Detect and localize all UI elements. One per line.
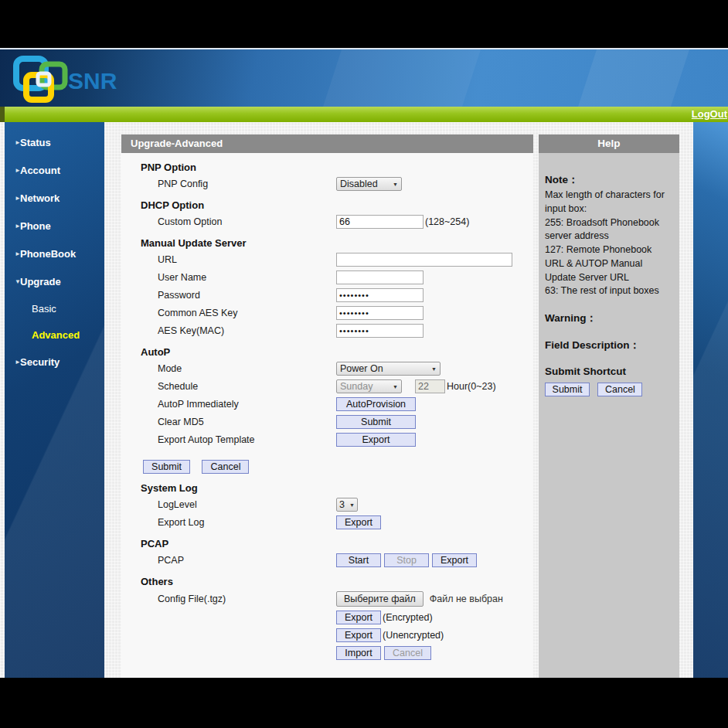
aes-key-mac-input[interactable] (336, 324, 424, 338)
mode-value: Power On (340, 363, 427, 374)
sidebar-item-label: Phone (20, 220, 51, 232)
import-button[interactable]: Import (336, 646, 381, 660)
help-note-header: Note： (545, 173, 673, 187)
export-encrypted-button[interactable]: Export (336, 611, 381, 624)
pnp-config-select[interactable]: Disabled ▼ (336, 177, 402, 191)
logout-link[interactable]: LogOut (692, 108, 727, 120)
top-banner: SNR (0, 48, 728, 107)
section-autop: AutoP (141, 346, 533, 358)
sidebar-item-label: PhoneBook (20, 248, 76, 260)
export-autop-template-button[interactable]: Export (336, 433, 416, 447)
pcap-stop-button[interactable]: Stop (384, 553, 429, 567)
url-row: URL (121, 253, 533, 267)
sidebar: ► Status ► Account ► Network ► Phone ► (5, 122, 104, 678)
schedule-hour-input[interactable] (415, 379, 445, 393)
sidebar-item-phone[interactable]: ► Phone (5, 212, 104, 240)
help-shortcut-actions: Submit Cancel (545, 382, 673, 396)
mode-select[interactable]: Power On ▼ (336, 362, 441, 376)
export-log-row: Export Log Export (121, 515, 533, 529)
schedule-day-select[interactable]: Sunday ▼ (336, 379, 402, 393)
cancel-button[interactable]: Cancel (202, 460, 249, 474)
custom-option-input[interactable] (336, 215, 424, 229)
help-submit-shortcut-header: Submit Shortcut (545, 366, 673, 377)
chevron-right-icon: ► (5, 223, 20, 230)
loglevel-select[interactable]: 3 ▼ (336, 498, 358, 512)
sidebar-item-account[interactable]: ► Account (5, 156, 104, 184)
user-name-input[interactable] (336, 270, 424, 284)
help-submit-button[interactable]: Submit (545, 383, 590, 396)
sidebar-subitem-label: Basic (32, 303, 56, 315)
section-pnp-option: PNP Option (141, 162, 533, 173)
sidebar-item-label: Network (20, 192, 60, 204)
url-input[interactable] (336, 253, 512, 267)
green-divider-bar: LogOut (0, 107, 728, 122)
clear-md5-row: Clear MD5 Submit (121, 415, 533, 429)
sidebar-subitem-basic[interactable]: Basic (5, 295, 104, 321)
pcap-export-button[interactable]: Export (432, 553, 477, 567)
chevron-right-icon: ► (5, 195, 20, 202)
import-cancel-button[interactable]: Cancel (384, 646, 431, 660)
url-label: URL (158, 254, 336, 265)
aes-key-mac-label: AES Key(MAC) (158, 325, 336, 336)
help-note-line: 127: Remote Phonebook URL & AUTOP Manual… (545, 243, 673, 284)
export-log-button[interactable]: Export (336, 515, 381, 529)
common-aes-key-label: Common AES Key (158, 308, 336, 318)
help-warning-header: Warning： (545, 311, 673, 325)
sidebar-item-label: Status (20, 137, 51, 148)
chevron-down-icon: ▼ (5, 278, 20, 285)
sidebar-item-upgrade[interactable]: ▼ Upgrade (5, 267, 104, 295)
autop-immediately-row: AutoP Immediately AutoProvision (121, 397, 533, 411)
autop-immediately-label: AutoP Immediately (158, 399, 336, 410)
section-dhcp-option: DHCP Option (141, 199, 533, 211)
snr-logo-icon: SNR (12, 56, 128, 104)
sidebar-item-phonebook[interactable]: ► PhoneBook (5, 240, 104, 267)
config-file-row: Config File(.tgz) Выберите файл Файл не … (121, 591, 533, 607)
export-unencrypted-hint: (Unencrypted) (383, 630, 444, 641)
custom-option-label: Custom Option (158, 216, 336, 227)
main-panel: Upgrade-Advanced PNP Option PNP Config D… (121, 134, 533, 678)
banner-facet (578, 49, 689, 107)
sidebar-item-status[interactable]: ► Status (5, 128, 104, 156)
clear-md5-submit-button[interactable]: Submit (336, 415, 416, 429)
schedule-hint: Hour(0~23) (447, 381, 496, 392)
common-aes-key-row: Common AES Key (121, 306, 533, 320)
chevron-down-icon: ▼ (431, 366, 437, 372)
page: SNR LogOut ► Status ► Account ► Network (0, 0, 728, 728)
chevron-right-icon: ► (5, 250, 20, 257)
export-autop-template-label: Export Autop Template (158, 434, 336, 445)
pnp-config-value: Disabled (340, 179, 388, 189)
sidebar-item-label: Upgrade (20, 276, 61, 287)
user-name-label: User Name (158, 272, 336, 283)
autoprovision-button[interactable]: AutoProvision (336, 397, 416, 411)
page-title: Upgrade-Advanced (121, 134, 533, 153)
export-log-label: Export Log (158, 517, 336, 528)
pcap-start-button[interactable]: Start (336, 553, 381, 567)
upgrade-advanced-form: PNP Option PNP Config Disabled ▼ DHCP Op… (121, 153, 533, 678)
chevron-right-icon: ► (5, 139, 20, 146)
section-system-log: System Log (141, 482, 533, 494)
chevron-down-icon: ▼ (393, 384, 398, 390)
loglevel-row: LogLevel 3 ▼ (121, 498, 533, 512)
import-cancel-row: Import Cancel (121, 646, 533, 660)
sidebar-subitem-advanced[interactable]: Advanced (5, 321, 104, 348)
sidebar-item-label: Security (20, 356, 60, 368)
schedule-label: Schedule (158, 381, 336, 392)
sidebar-item-network[interactable]: ► Network (5, 184, 104, 212)
common-aes-key-input[interactable] (336, 306, 424, 320)
choose-file-button[interactable]: Выберите файл (336, 591, 424, 607)
form-actions: Submit Cancel (121, 460, 533, 474)
file-status-text: Файл не выбран (430, 594, 503, 604)
bottom-black-bar (0, 678, 728, 728)
password-input[interactable] (336, 288, 424, 302)
help-cancel-button[interactable]: Cancel (597, 383, 642, 396)
pcap-label: PCAP (158, 555, 336, 566)
export-unencrypted-button[interactable]: Export (336, 628, 381, 642)
export-encrypted-row: Export (Encrypted) (121, 611, 533, 624)
sidebar-item-security[interactable]: ► Security (5, 348, 104, 376)
export-encrypted-hint: (Encrypted) (383, 612, 433, 623)
submit-button[interactable]: Submit (143, 460, 190, 474)
section-manual-update-server: Manual Update Server (141, 237, 533, 249)
mode-label: Mode (158, 363, 336, 374)
aes-key-mac-row: AES Key(MAC) (121, 324, 533, 338)
chevron-down-icon: ▼ (349, 502, 355, 508)
